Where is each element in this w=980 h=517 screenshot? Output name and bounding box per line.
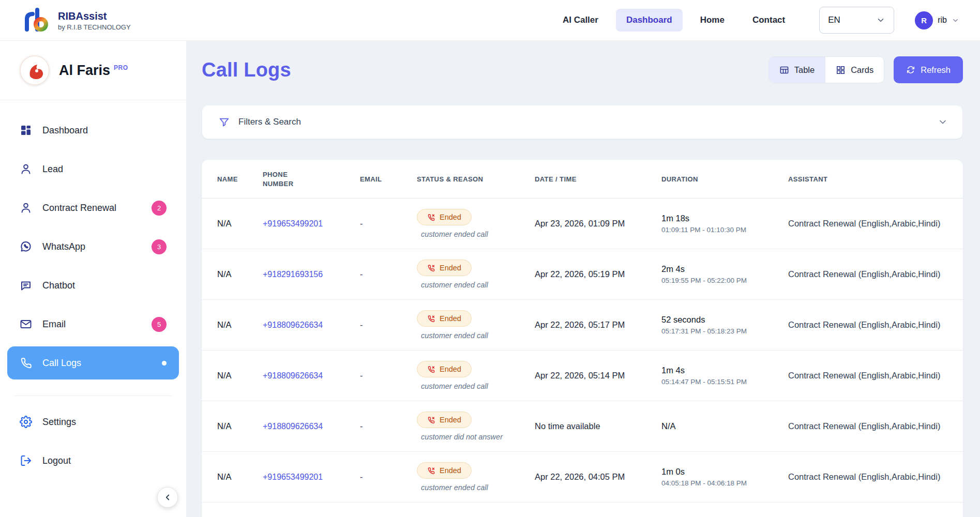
cell-phone: +918291693156 [258,249,355,300]
table-row: N/A +919653499201 - Ended cust [202,199,963,249]
user-name: rib [938,16,947,25]
refresh-button[interactable]: Refresh [894,56,963,83]
column-header: ASSISTANT [783,160,963,199]
phone-link[interactable]: +919653499201 [263,219,323,228]
cards-icon [836,65,846,75]
sidebar-menu: Dashboard Lead Contract Renewal 2 [0,100,186,385]
sidebar-item[interactable]: Logout [7,444,179,477]
sidebar-item[interactable]: Email 5 [7,308,179,341]
cell-email [355,503,412,517]
cell-assistant: Contract Renewal (English,Arabic,Hindi) [783,300,963,351]
nav-item[interactable]: Dashboard [616,9,683,32]
phone-link[interactable]: +918291693156 [263,270,323,279]
ribassist-logo-icon [22,6,51,35]
table-view-label: Table [794,65,815,75]
filters-panel[interactable]: Filters & Search [202,105,963,139]
cell-datetime [530,503,656,517]
phone-missed-icon [427,366,435,373]
sidebar-item-label: Call Logs [42,358,81,369]
sidebar-item[interactable]: Contract Renewal 2 [7,191,179,224]
status-badge: Ended [417,361,472,377]
duration-time-range: 05:17:31 PM - 05:18:23 PM [661,327,778,335]
column-header: PHONE NUMBER [258,160,355,199]
status-badge: Ended [417,462,472,479]
language-select[interactable]: EN [819,7,894,34]
cell-duration: 1m 0s 04:05:18 PM - 04:06:18 PM [656,452,783,503]
sidebar-item-label: Settings [42,417,76,428]
status-label: Ended [440,314,461,323]
filter-icon [219,117,230,128]
brand-tagline: by R.I.B TECHNOLOGY [58,23,131,31]
page-head: Call Logs Table Cards [202,56,963,83]
nav-item[interactable]: AI Caller [552,9,609,32]
duration-time-range: 05:19:55 PM - 05:22:00 PM [661,277,778,284]
duration-time-range: 05:14:47 PM - 05:15:51 PM [661,378,778,386]
filters-label: Filters & Search [238,117,301,127]
gear-icon [20,416,32,428]
cell-assistant [783,503,963,517]
avatar: R [915,11,933,29]
sidebar-item[interactable]: Dashboard [7,114,179,147]
cell-email: - [355,199,412,249]
duration-value: N/A [661,421,778,431]
view-toggle: Table Cards [768,56,884,83]
count-badge: 3 [152,239,167,254]
phone-link[interactable]: +918809626634 [263,321,323,329]
sidebar-collapse-button[interactable] [157,487,178,508]
cell-email: - [355,401,412,452]
duration-time-range: 04:05:18 PM - 04:06:18 PM [661,479,778,487]
sidebar-item-label: Contract Renewal [42,203,116,214]
table-header-row: NAME PHONE NUMBER EMAIL STATUS & REASON … [202,160,963,199]
cell-assistant: Contract Renewal (English,Arabic,Hindi) [783,401,963,452]
whatsapp-icon [20,240,32,253]
cell-duration: N/A [656,401,783,452]
sidebar-item[interactable]: Settings [7,405,179,438]
cell-status: Ended [412,503,530,517]
email-icon [20,318,32,330]
table-icon [779,65,789,75]
dashboard-icon [20,124,32,136]
cell-status: Ended customer did not answer [412,401,530,452]
cell-status: Ended customer ended call [412,452,530,503]
sidebar-item-label: Email [42,319,66,330]
status-reason: customer did not answer [421,433,524,441]
status-reason: customer ended call [421,281,524,289]
phone-link[interactable]: +918809626634 [263,422,323,431]
sidebar-item[interactable]: Call Logs [7,346,179,379]
alfaris-logo-icon [20,55,50,85]
phone-link[interactable]: +918809626634 [263,371,323,380]
cell-name [202,503,258,517]
table-row: N/A +918809626634 - Ended cust [202,351,963,401]
table-row: N/A +918809626634 - Ended cust [202,300,963,351]
phone-missed-icon [427,214,435,221]
cards-view-button[interactable]: Cards [825,57,884,83]
brand: RIBAssist by R.I.B TECHNOLOGY [22,6,131,35]
column-header: EMAIL [355,160,412,199]
phone-missed-icon [427,416,435,424]
nav-item[interactable]: Contact [742,9,795,32]
phone-link[interactable]: +919653499201 [263,473,323,481]
brand-name: RIBAssist [58,10,131,22]
table-row: Ended [202,503,963,517]
chevron-down-icon [952,17,959,24]
cell-assistant: Contract Renewal (English,Arabic,Hindi) [783,249,963,300]
cell-name: N/A [202,351,258,401]
chatbot-icon [20,279,32,292]
table-row: N/A +918809626634 - Ended cust [202,401,963,452]
cell-duration: 1m 4s 05:14:47 PM - 05:15:51 PM [656,351,783,401]
top-header: RIBAssist by R.I.B TECHNOLOGY AI Caller … [0,0,980,41]
plan-badge: PRO [114,64,128,71]
nav-item[interactable]: Home [690,9,735,32]
column-header: STATUS & REASON [412,160,530,199]
cell-name: N/A [202,300,258,351]
cell-status: Ended customer ended call [412,249,530,300]
sidebar-item[interactable]: Chatbot [7,269,179,302]
sidebar-item[interactable]: Lead [7,153,179,186]
main-content: Call Logs Table Cards [186,41,980,517]
sidebar-item[interactable]: WhatsApp 3 [7,230,179,263]
table-row: N/A +918291693156 - Ended cust [202,249,963,300]
user-menu[interactable]: R rib [915,11,959,29]
column-header: NAME [202,160,258,199]
cell-name: N/A [202,249,258,300]
table-view-button[interactable]: Table [769,57,825,83]
